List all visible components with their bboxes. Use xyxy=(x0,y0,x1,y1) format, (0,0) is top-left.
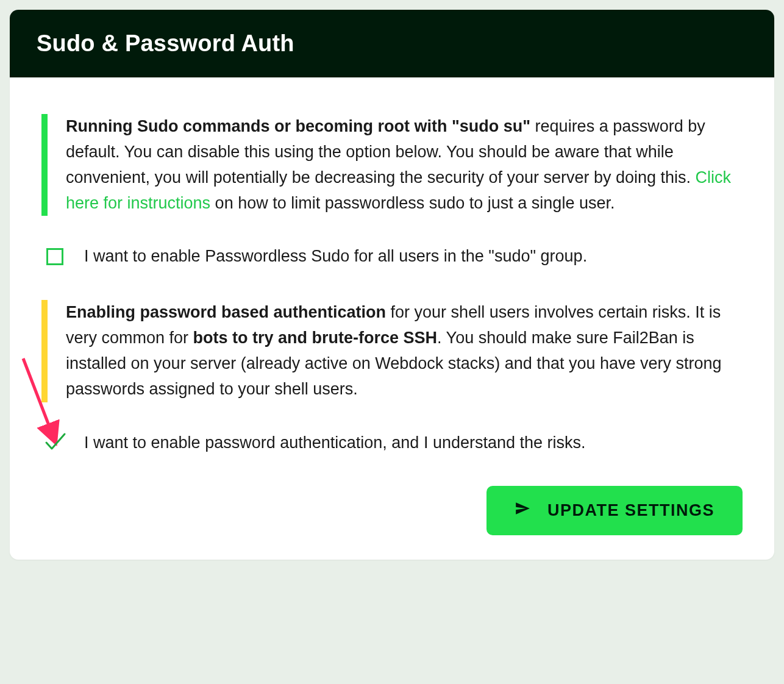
passwordless-sudo-label: I want to enable Passwordless Sudo for a… xyxy=(84,245,587,268)
send-icon xyxy=(515,501,530,521)
card-body: Running Sudo commands or becoming root w… xyxy=(10,77,774,560)
password-auth-label: I want to enable password authentication… xyxy=(84,432,586,455)
sudo-info-callout: Running Sudo commands or becoming root w… xyxy=(41,114,743,216)
update-settings-label: UPDATE SETTINGS xyxy=(547,501,715,520)
pwauth-bold-a: Enabling password based authentication xyxy=(66,303,386,321)
passwordless-sudo-checkbox[interactable] xyxy=(45,247,65,266)
pwauth-bold-b: bots to try and brute-force SSH xyxy=(193,329,438,347)
sudo-callout-text-tail: on how to limit passwordless sudo to jus… xyxy=(210,194,615,212)
actions-row: UPDATE SETTINGS xyxy=(41,486,743,535)
sudo-callout-bold: Running Sudo commands or becoming root w… xyxy=(66,117,530,135)
password-auth-row: I want to enable password authentication… xyxy=(41,432,743,455)
checkbox-empty-icon xyxy=(46,248,63,265)
password-auth-callout: Enabling password based authentication f… xyxy=(41,300,743,402)
card-header: Sudo & Password Auth xyxy=(10,10,774,77)
update-settings-button[interactable]: UPDATE SETTINGS xyxy=(486,486,743,535)
card-title: Sudo & Password Auth xyxy=(37,30,747,57)
password-auth-checkbox[interactable] xyxy=(45,433,65,452)
settings-card: Sudo & Password Auth Running Sudo comman… xyxy=(10,10,774,560)
passwordless-sudo-row: I want to enable Passwordless Sudo for a… xyxy=(41,245,743,268)
checkmark-icon xyxy=(43,429,67,456)
